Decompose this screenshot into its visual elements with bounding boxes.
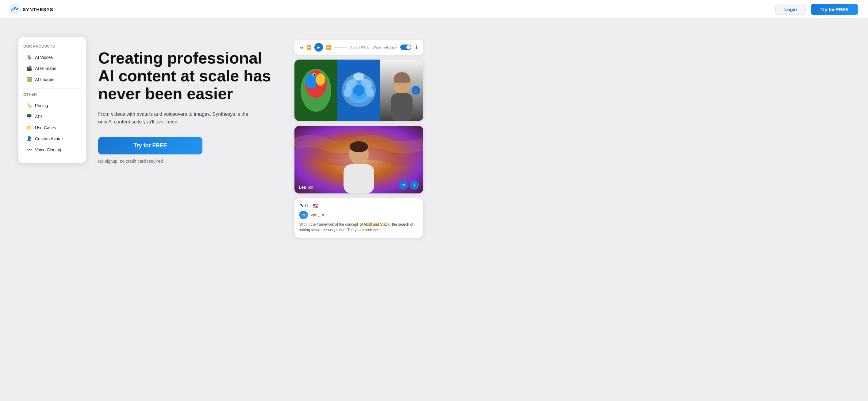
parrot-image bbox=[294, 60, 337, 121]
image-grid-card: › bbox=[294, 60, 423, 121]
rewind-icon[interactable]: ⏪ bbox=[306, 45, 311, 50]
reviewer-handle: Pat L. ▾ bbox=[310, 213, 324, 218]
image-grid bbox=[294, 60, 423, 121]
avatar-more-button[interactable]: ••• bbox=[399, 180, 408, 190]
folder-icon: 📁 bbox=[26, 125, 32, 131]
hero-section: Creating professional AI content at scal… bbox=[0, 19, 868, 401]
reviewer-name-row: Pat L. 🇺🇸 bbox=[299, 203, 418, 208]
menu-item-label-pricing: Pricing bbox=[35, 103, 48, 108]
hero-left: Creating professional AI content at scal… bbox=[98, 37, 276, 164]
svg-point-28 bbox=[350, 141, 368, 152]
svg-point-16 bbox=[353, 73, 364, 81]
hero-right: ⏮ ⏪ ▶ ⏩ 00:00 / 00:00 Watermark track ⬇ bbox=[294, 37, 423, 238]
avatar-flag: 🇺🇸 bbox=[308, 185, 313, 190]
avatar-label: Lee 🇺🇸 bbox=[299, 185, 313, 190]
logo-icon bbox=[10, 4, 20, 14]
page-wrapper: Our products 🎙️ AI Voices 🎬 AI Humans 🖼️… bbox=[0, 0, 868, 401]
avatar-actions: ••• ℹ bbox=[399, 180, 419, 190]
menu-item-label-voice-cloning: Voice Cloning bbox=[35, 147, 61, 152]
dropdown-menu: Our products 🎙️ AI Voices 🎬 AI Humans 🖼️… bbox=[19, 37, 86, 163]
menu-item-ai-humans[interactable]: 🎬 AI Humans bbox=[23, 63, 81, 74]
products-section-title: Our products bbox=[23, 44, 81, 49]
menu-item-ai-voices[interactable]: 🎙️ AI Voices bbox=[23, 52, 81, 63]
menu-item-label-ai-voices: AI Voices bbox=[35, 55, 53, 60]
menu-item-voice-cloning[interactable]: 〰️ Voice Cloning bbox=[23, 145, 81, 155]
menu-item-use-cases[interactable]: 📁 Use Cases bbox=[23, 122, 81, 133]
menu-item-label-api: API bbox=[35, 114, 42, 119]
menu-item-label-custom-avatar: Custom Avatar bbox=[35, 136, 63, 141]
menu-item-label-use-cases: Use Cases bbox=[35, 125, 56, 130]
avatar-info-button[interactable]: ℹ bbox=[410, 180, 419, 190]
hero-cta-button[interactable]: Try for FREE bbox=[98, 137, 203, 154]
avatar-name: Lee bbox=[299, 185, 306, 190]
chevron-right-icon[interactable]: › bbox=[412, 86, 420, 94]
svg-rect-27 bbox=[343, 164, 374, 194]
svg-point-5 bbox=[316, 74, 325, 86]
watermark-label: Watermark track bbox=[373, 46, 397, 49]
video-progress-bar[interactable] bbox=[334, 47, 347, 48]
review-highlight: of Akoff and Stack, bbox=[359, 222, 391, 227]
wave-icon: 〰️ bbox=[26, 147, 32, 152]
menu-item-custom-avatar[interactable]: 👤 Custom Avatar bbox=[23, 134, 81, 144]
fast-forward-icon[interactable]: ⏩ bbox=[326, 45, 331, 50]
video-time: 00:00 / 00:00 bbox=[350, 46, 370, 49]
person-icon: 👤 bbox=[26, 136, 32, 142]
hero-title: Creating professional AI content at scal… bbox=[98, 49, 276, 103]
image-parrot bbox=[294, 60, 337, 121]
image-rose bbox=[337, 60, 380, 121]
logo[interactable]: SYNTHESYS bbox=[10, 4, 53, 14]
menu-divider bbox=[23, 88, 81, 89]
menu-item-label-ai-humans: AI Humans bbox=[35, 66, 56, 71]
svg-point-8 bbox=[313, 74, 315, 76]
menu-item-label-ai-images: AI Images bbox=[35, 77, 54, 82]
review-text: Within the framework of the concept of A… bbox=[299, 222, 418, 233]
logo-text: SYNTHESYS bbox=[23, 7, 53, 12]
reviewer-initials: PL bbox=[302, 213, 306, 217]
menu-item-pricing[interactable]: 🏷️ Pricing bbox=[23, 101, 81, 111]
monitor-icon: 🖥️ bbox=[26, 114, 32, 119]
reviewer-name-text: Pat L. bbox=[299, 203, 311, 208]
svg-point-4 bbox=[305, 74, 317, 89]
avatar-card: Lee 🇺🇸 ••• ℹ bbox=[294, 126, 423, 194]
mic-icon: 🎙️ bbox=[26, 55, 32, 60]
review-card: Pat L. 🇺🇸 PL Pat L. ▾ Within the framewo… bbox=[294, 198, 423, 238]
nav-actions: Login Try for FREE bbox=[775, 4, 858, 15]
tag-icon: 🏷️ bbox=[26, 103, 32, 108]
svg-rect-22 bbox=[391, 93, 412, 121]
try-free-nav-button[interactable]: Try for FREE bbox=[811, 4, 858, 15]
navbar: SYNTHESYS Login Try for FREE bbox=[0, 0, 868, 19]
menu-item-api[interactable]: 🖥️ API bbox=[23, 111, 81, 122]
other-section-title: Other bbox=[23, 92, 81, 97]
watermark-toggle[interactable] bbox=[400, 45, 411, 50]
image-icon: 🖼️ bbox=[26, 77, 32, 82]
play-button[interactable]: ▶ bbox=[314, 43, 323, 52]
reviewer-flag-icon: 🇺🇸 bbox=[313, 203, 318, 208]
hero-subtitle: From videos with avatars and voiceovers … bbox=[98, 110, 251, 126]
video-player-bar: ⏮ ⏪ ▶ ⏩ 00:00 / 00:00 Watermark track ⬇ bbox=[294, 40, 423, 55]
download-icon[interactable]: ⬇ bbox=[414, 45, 418, 50]
rose-image bbox=[337, 60, 380, 121]
video-icon: 🎬 bbox=[26, 66, 32, 71]
login-button[interactable]: Login bbox=[775, 4, 806, 15]
menu-item-ai-images[interactable]: 🖼️ AI Images bbox=[23, 74, 81, 85]
no-signup-text: No signup, no credit card required bbox=[98, 159, 276, 164]
skip-back-icon[interactable]: ⏮ bbox=[299, 45, 303, 50]
svg-rect-0 bbox=[10, 4, 20, 14]
reviewer-avatar: PL bbox=[299, 211, 308, 219]
toggle-knob bbox=[406, 45, 411, 50]
